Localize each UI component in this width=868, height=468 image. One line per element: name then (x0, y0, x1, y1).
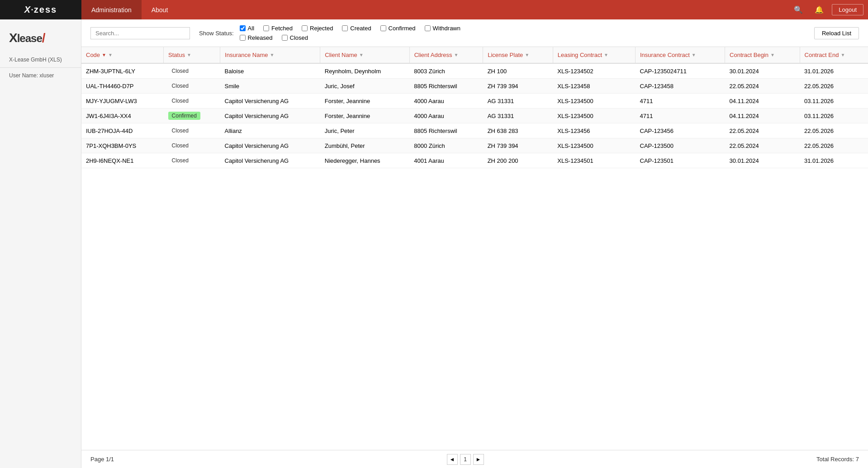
prev-page-button[interactable]: ◄ (447, 454, 458, 465)
cell-license-plate: ZH 739 394 (483, 79, 553, 94)
nav-items: Administration About (81, 0, 790, 19)
cell-status: Closed (164, 123, 220, 138)
search-icon-button[interactable]: 🔍 (790, 4, 806, 16)
cell-license-plate: ZH 739 394 (483, 138, 553, 153)
cell-leasing-contract: XLS-123456 (553, 123, 635, 138)
checkbox-all-input[interactable] (240, 25, 246, 31)
cell-contract-end: 22.05.2026 (800, 138, 868, 153)
cell-client-name: Juric, Josef (320, 79, 409, 94)
cell-code: 2H9-I6NEQX-NE1 (81, 153, 164, 168)
cell-status: Closed (164, 94, 220, 109)
pagination: ◄ 1 ► (447, 454, 484, 465)
total-records: Total Records: 7 (816, 456, 859, 463)
nav-about[interactable]: About (142, 0, 178, 19)
cell-contract-end: 03.11.2026 (800, 109, 868, 123)
search-input[interactable] (90, 27, 190, 39)
cell-insurance-name: Allianz (220, 123, 320, 138)
cell-status: Closed (164, 153, 220, 168)
checkbox-closed[interactable]: Closed (282, 34, 308, 41)
checkbox-rejected-input[interactable] (302, 25, 308, 31)
col-leasing-contract[interactable]: Leasing Contract ▼ (553, 47, 635, 63)
nav-right: 🔍 🔔 Logout (790, 4, 868, 16)
table-header: Code ▼ ▼ Status ▼ (81, 47, 868, 63)
checkbox-released-input[interactable] (240, 35, 246, 41)
cell-client-address: 4000 Aarau (409, 109, 483, 123)
checkbox-fetched[interactable]: Fetched (263, 25, 293, 32)
table-row[interactable]: UAL-TH4460-D7PClosedSmileJuric, Josef880… (81, 79, 868, 94)
cell-status: Closed (164, 138, 220, 153)
content-area: Show Status: All Fetched Rejected (81, 19, 868, 468)
col-license-plate[interactable]: License Plate ▼ (483, 47, 553, 63)
cell-client-name: Forster, Jeannine (320, 94, 409, 109)
data-table: Code ▼ ▼ Status ▼ (81, 47, 868, 168)
cell-client-address: 8805 Richterswil (409, 123, 483, 138)
checkbox-created-input[interactable] (342, 25, 348, 31)
cell-contract-end: 22.05.2026 (800, 79, 868, 94)
next-page-button[interactable]: ► (473, 454, 484, 465)
filter-code-icon: ▼ (108, 52, 113, 57)
cell-insurance-name: Capitol Versicherung AG (220, 153, 320, 168)
app-logo: X·zess (0, 0, 81, 19)
col-contract-begin[interactable]: Contract Begin ▼ (725, 47, 800, 63)
cell-status: Closed (164, 63, 220, 79)
cell-client-address: 8000 Zürich (409, 138, 483, 153)
cell-license-plate: ZH 100 (483, 63, 553, 79)
bell-icon-button[interactable]: 🔔 (811, 4, 827, 16)
cell-code: ZHM-3UPTNL-6LY (81, 63, 164, 79)
cell-client-address: 4000 Aarau (409, 94, 483, 109)
xlease-logo-text: Xlease/ (9, 31, 72, 45)
table-area: Code ▼ ▼ Status ▼ (81, 47, 868, 450)
sidebar-user: User Name: xluser (0, 70, 81, 81)
cell-contract-begin: 04.11.2024 (725, 109, 800, 123)
cell-code: 7P1-XQH3BM-0YS (81, 138, 164, 153)
checkbox-closed-input[interactable] (282, 35, 288, 41)
table-row[interactable]: IUB-27HOJA-44DClosedAllianzJuric, Peter8… (81, 123, 868, 138)
sidebar: Xlease/ X-Lease GmbH (XLS) User Name: xl… (0, 19, 81, 468)
checkbox-created[interactable]: Created (342, 25, 371, 32)
logo-text: X·zess (24, 5, 57, 15)
cell-client-name: Zumbühl, Peter (320, 138, 409, 153)
cell-contract-end: 31.01.2026 (800, 153, 868, 168)
nav-administration[interactable]: Administration (81, 0, 142, 19)
table-row[interactable]: ZHM-3UPTNL-6LYClosedBaloiseReynholm, Dey… (81, 63, 868, 79)
checkbox-rejected[interactable]: Rejected (302, 25, 333, 32)
cell-code: MJY-YJUGMV-LW3 (81, 94, 164, 109)
table-row[interactable]: 2H9-I6NEQX-NE1ClosedCapitol Versicherung… (81, 153, 868, 168)
filter-bar: Show Status: All Fetched Rejected (81, 19, 868, 47)
checkbox-confirmed-input[interactable] (380, 25, 386, 31)
checkbox-withdrawn-input[interactable] (425, 25, 431, 31)
col-contract-end[interactable]: Contract End ▼ (800, 47, 868, 63)
table-row[interactable]: 7P1-XQH3BM-0YSClosedCapitol Versicherung… (81, 138, 868, 153)
col-client-address[interactable]: Client Address ▼ (409, 47, 483, 63)
col-insurance-name[interactable]: Insurance Name ▼ (220, 47, 320, 63)
cell-client-name: Reynholm, Deynholm (320, 63, 409, 79)
cell-insurance-name: Capitol Versicherung AG (220, 138, 320, 153)
reload-list-button[interactable]: Reload List (814, 27, 859, 39)
cell-insurance-contract: 4711 (636, 94, 725, 109)
checkbox-withdrawn[interactable]: Withdrawn (425, 25, 460, 32)
filter-client-address-icon: ▼ (454, 52, 459, 57)
checkbox-fetched-input[interactable] (263, 25, 269, 31)
checkbox-all[interactable]: All (240, 25, 254, 32)
col-insurance-contract[interactable]: Insurance Contract ▼ (636, 47, 725, 63)
cell-status: Confirmed (164, 109, 220, 123)
status-filter: Show Status: All Fetched Rejected (199, 25, 805, 41)
cell-client-address: 8805 Richterswil (409, 79, 483, 94)
cell-status: Closed (164, 79, 220, 94)
cell-contract-begin: 30.01.2024 (725, 153, 800, 168)
cell-license-plate: AG 31331 (483, 94, 553, 109)
checkbox-confirmed[interactable]: Confirmed (380, 25, 416, 32)
col-status[interactable]: Status ▼ (164, 47, 220, 63)
col-client-name[interactable]: Client Name ▼ (320, 47, 409, 63)
logout-button[interactable]: Logout (832, 4, 863, 15)
table-row[interactable]: MJY-YJUGMV-LW3ClosedCapitol Versicherung… (81, 94, 868, 109)
cell-leasing-contract: XLS-1234500 (553, 138, 635, 153)
status-badge: Closed (168, 142, 192, 150)
col-code[interactable]: Code ▼ ▼ (81, 47, 164, 63)
checkbox-released[interactable]: Released (240, 34, 273, 41)
table-body: ZHM-3UPTNL-6LYClosedBaloiseReynholm, Dey… (81, 63, 868, 168)
table-row[interactable]: JW1-6J4I3A-XX4ConfirmedCapitol Versicher… (81, 109, 868, 123)
cell-insurance-name: Capitol Versicherung AG (220, 94, 320, 109)
current-page: 1 (460, 454, 471, 465)
cell-insurance-name: Baloise (220, 63, 320, 79)
